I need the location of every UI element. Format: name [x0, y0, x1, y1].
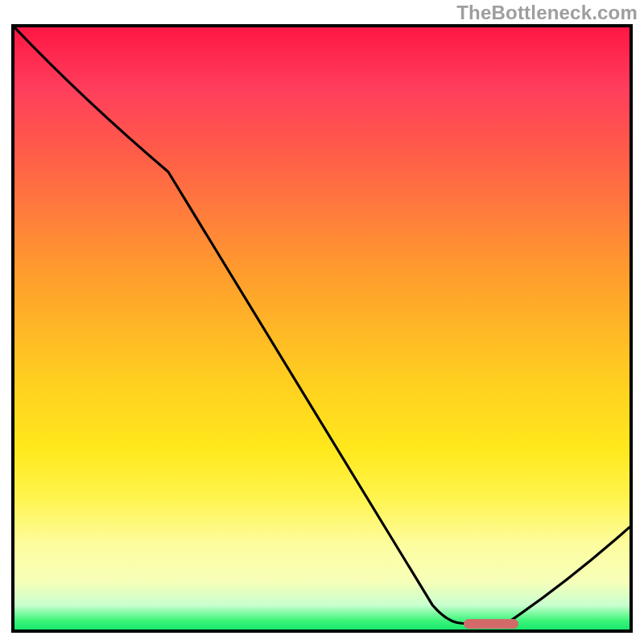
target-marker [464, 619, 519, 629]
plot-area [11, 24, 633, 633]
chart-container: TheBottleneck.com [0, 0, 644, 644]
curve-path [14, 27, 630, 624]
curve-svg [14, 27, 630, 630]
watermark-text: TheBottleneck.com [456, 2, 638, 24]
